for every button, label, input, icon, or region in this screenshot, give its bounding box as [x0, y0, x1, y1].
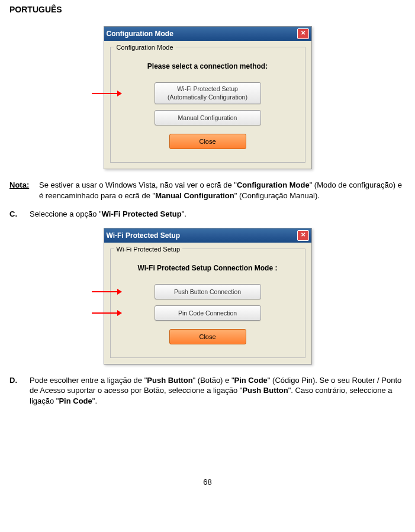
wps-dialog: Wi-Fi Protected Setup ✕ Wi-Fi Protected … — [104, 228, 312, 365]
nota-t1: Se estiver a usar o Windows Vista, não v… — [39, 180, 237, 189]
dialog2-prompt: Wi-Fi Protected Setup Connection Mode : — [117, 264, 299, 272]
step-c-paragraph: C. Seleccione a opção "Wi-Fi Protected S… — [9, 209, 406, 220]
close-icon[interactable]: ✕ — [297, 28, 309, 39]
step-d-paragraph: D. Pode escolher entre a ligação de "Pus… — [9, 375, 406, 407]
dialog1-title: Configuration Mode — [107, 30, 173, 38]
dialog2-titlebar: Wi-Fi Protected Setup ✕ — [104, 228, 311, 243]
step-d-b4: Pin Code — [59, 396, 92, 405]
wps-auto-button[interactable]: Wi-Fi Protected Setup (Automatically Con… — [155, 82, 261, 104]
push-button-connection-button[interactable]: Push Button Connection — [155, 284, 261, 299]
config-mode-dialog: Configuration Mode ✕ Configuration Mode … — [104, 26, 312, 169]
nota-paragraph: Nota: Se estiver a usar o Windows Vista,… — [9, 180, 406, 201]
step-d-b2: Pin Code — [234, 376, 268, 385]
dialog1-titlebar: Configuration Mode ✕ — [104, 27, 311, 41]
step-d-t1: Pode escolher entre a ligação de " — [30, 376, 147, 385]
step-c-b1: Wi-Fi Protected Setup — [102, 209, 182, 218]
dialog1-prompt: Please select a connection method: — [117, 62, 299, 70]
step-c-label: C. — [9, 209, 30, 220]
nota-label: Nota: — [9, 180, 39, 201]
nota-t3: " (Configuração Manual). — [234, 191, 320, 200]
page-number: 68 — [9, 478, 406, 486]
nota-b2: Manual Configuration — [155, 191, 234, 200]
dialog1-panel-title: Configuration Mode — [114, 44, 176, 51]
dialog2-panel-title: Wi-Fi Protected Setup — [114, 246, 183, 253]
arrow-indicator — [92, 291, 121, 292]
step-c-t2: ". — [182, 209, 186, 218]
dialog2-title: Wi-Fi Protected Setup — [107, 231, 181, 240]
step-c-text: Seleccione a opção "Wi-Fi Protected Setu… — [30, 209, 406, 220]
manual-config-button[interactable]: Manual Configuration — [155, 110, 261, 125]
step-d-t5: ". — [92, 396, 97, 405]
wps-auto-line2: (Automatically Configuration) — [168, 93, 247, 101]
nota-text: Se estiver a usar o Windows Vista, não v… — [39, 180, 406, 201]
step-d-b1: Push Button — [147, 376, 192, 385]
step-d-b3: Push Button — [242, 386, 288, 395]
dialog2-body: Wi-Fi Protected Setup Connection Mode : … — [111, 258, 305, 357]
step-d-text: Pode escolher entre a ligação de "Push B… — [30, 375, 406, 407]
page-header: PORTUGUÊS — [9, 5, 406, 14]
wps-auto-line1: Wi-Fi Protected Setup — [177, 85, 238, 92]
arrow-indicator — [92, 93, 121, 94]
dialog2-panel: Wi-Fi Protected Setup Wi-Fi Protected Se… — [110, 249, 305, 358]
dialog1-body: Please select a connection method: Wi-Fi… — [111, 56, 305, 162]
step-d-label: D. — [9, 375, 30, 407]
step-d-t2: " (Botão) e " — [193, 376, 234, 385]
dialog1-panel: Configuration Mode Please select a conne… — [110, 47, 305, 163]
close-button[interactable]: Close — [169, 329, 246, 344]
close-icon[interactable]: ✕ — [297, 230, 309, 241]
arrow-indicator — [92, 312, 121, 314]
nota-b1: Configuration Mode — [237, 180, 310, 189]
step-c-t1: Seleccione a opção " — [30, 209, 102, 218]
close-button[interactable]: Close — [169, 134, 246, 149]
pin-code-connection-button[interactable]: Pin Code Connection — [155, 305, 261, 321]
